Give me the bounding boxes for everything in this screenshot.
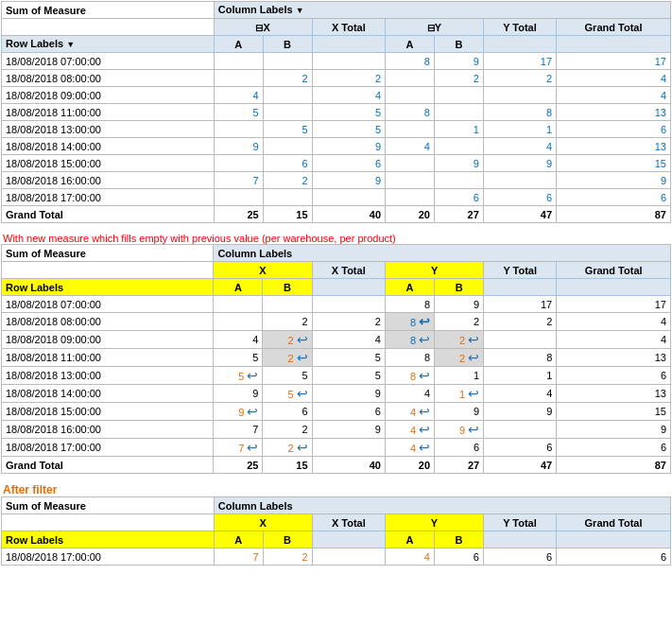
x-b-header2: B [263,279,312,296]
cell-grand: 6 [557,548,671,566]
cell-grand: 4 [557,87,671,104]
cell-xtotal [312,548,386,566]
sum-measure-label3: Sum of Measure [2,497,215,514]
cell-ytotal: 1 [483,121,556,138]
cell-grand: 6 [557,189,671,206]
gt-xtotal: 40 [312,206,386,223]
table-row: 18/08/2018 13:00:00 5 5 1 1 6 [2,121,671,138]
cell-ya: 8 ↩ [385,367,434,385]
grand-total-header2: Grand Total [557,262,671,279]
cell-yb: 9 ↩ [435,421,484,439]
cell-ytotal [483,87,556,104]
y-total-sub-header3 [483,531,556,548]
x-total-sub-header [312,36,386,53]
x-b-header: B [263,36,312,53]
row-label: 18/08/2018 16:00:00 [2,172,215,189]
cell-yb: 1 ↩ [435,385,484,403]
cell-xa [214,189,263,206]
row-label: 18/08/2018 07:00:00 [2,296,214,313]
cell-xtotal: 5 [312,104,386,121]
cell-yb: 2 ↩ [435,331,484,349]
cell-ytotal: 6 [483,189,556,206]
cell-grand: 17 [557,53,671,70]
gt-xa: 25 [214,206,263,223]
cell-xtotal: 4 [312,331,385,349]
x-group-header3: X [214,514,312,531]
x-total-sub-header3 [312,531,386,548]
cell-xa [214,313,263,331]
cell-grand: 9 [557,421,671,439]
cell-ya: 4 ↩ [385,421,434,439]
cell-ya [386,87,435,104]
table-row: 18/08/2018 09:00:00 4 4 4 [2,87,671,104]
gt-yb: 27 [434,206,483,223]
cell-yb [434,172,483,189]
cell-xa [214,155,263,172]
dropdown-icon[interactable]: ▼ [296,7,304,16]
cell-ya: 8 [386,104,435,121]
cell-ya: 8 [385,349,434,367]
table3-section: Sum of Measure Column Labels X X Total Y [1,496,671,566]
cell-ytotal: 17 [484,296,557,313]
cell-xa [214,296,263,313]
cell-ytotal: 9 [484,403,557,421]
gt-xb: 15 [263,457,312,474]
cell-yb [434,87,483,104]
cell-ytotal: 4 [484,385,557,403]
column-labels-header: Column Labels ▼ [214,2,670,19]
cell-xtotal: 4 [312,87,386,104]
x-a-header: A [214,36,263,53]
x-total-header2: X Total [312,262,385,279]
row-labels-dropdown[interactable]: ▼ [66,41,75,50]
cell-grand: 15 [557,155,671,172]
cell-xa [214,53,263,70]
grand-total-sub-header2 [557,279,671,296]
gt-xb: 15 [263,206,312,223]
x-total-sub-header2 [312,279,385,296]
cell-ya: 8 ↩ [385,313,434,331]
cell-xa: 7 [214,548,263,566]
cell-xb: 6 [263,403,312,421]
table-row: 18/08/2018 17:00:00 6 6 6 [2,189,671,206]
y-total-sub-header2 [484,279,557,296]
cell-ytotal: 2 [483,70,556,87]
cell-xb: 5 [263,121,312,138]
table-row: 18/08/2018 08:00:00 2 2 8 ↩ 2 2 4 [2,313,671,331]
cell-grand: 17 [557,296,671,313]
cell-ya: 4 [385,385,434,403]
row-label: 18/08/2018 17:00:00 [2,439,214,457]
cell-ytotal: 8 [484,349,557,367]
y-total-sub-header [483,36,556,53]
cell-grand: 13 [557,104,671,121]
cell-yb: 6 [434,189,483,206]
table-row: 18/08/2018 07:00:00 8 9 17 17 [2,53,671,70]
table-row: 18/08/2018 16:00:00 7 2 9 9 [2,172,671,189]
cell-xtotal: 5 [312,349,385,367]
cell-xb: 2 ↩ [263,331,312,349]
row-label: 18/08/2018 11:00:00 [2,104,215,121]
y-a-header2: A [385,279,434,296]
row-labels-header2: Row Labels [2,279,214,296]
cell-xb: 2 [263,421,312,439]
cell-xb [263,104,312,121]
column-labels-header3: Column Labels [214,497,670,514]
y-group-header3: Y [386,514,484,531]
cell-xa [214,121,263,138]
cell-xb [263,53,312,70]
cell-grand: 6 [557,121,671,138]
row-labels-header3: Row Labels [2,531,215,548]
cell-ytotal: 17 [483,53,556,70]
x-total-header: X Total [312,19,386,36]
cell-ya [386,121,435,138]
cell-yb: 9 [435,403,484,421]
cell-xtotal: 9 [312,421,385,439]
grand-total-header: Grand Total [557,19,671,36]
cell-grand: 9 [557,172,671,189]
pivot-table-2: Sum of Measure Column Labels X X Total Y [1,244,671,474]
cell-ya [386,155,435,172]
cell-grand: 13 [557,385,671,403]
cell-grand: 15 [557,403,671,421]
x-group-header2: X [214,262,312,279]
gt-xa: 25 [214,457,263,474]
cell-ya: 4 ↩ [385,403,434,421]
